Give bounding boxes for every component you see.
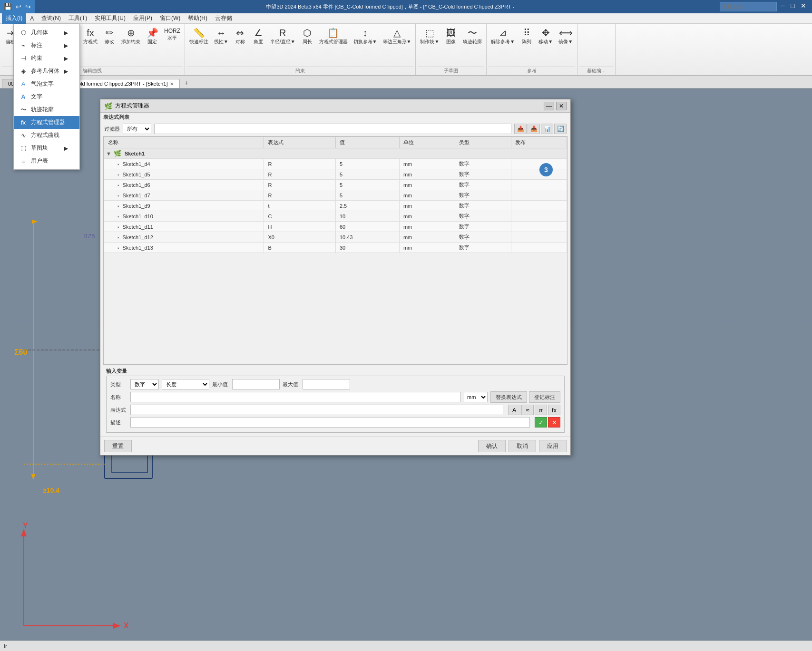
minimize-btn[interactable]: ─ <box>779 2 787 11</box>
filter-btn-3[interactable]: 📊 <box>541 124 553 134</box>
table-row[interactable]: ▪ Sketch1_d6 R 5 mm 数字 <box>104 180 567 190</box>
expr-btn-4[interactable]: fx <box>548 405 560 415</box>
reset-btn[interactable]: 重置 <box>104 440 132 452</box>
ribbon-btn-switch-ref[interactable]: ↕ 切换参考▼ <box>351 27 380 47</box>
ribbon-btn-trace[interactable]: 〜 轨迹轮廓 <box>460 27 484 47</box>
max-input[interactable] <box>303 379 350 389</box>
sketch-block-arrow: ▶ <box>64 145 68 152</box>
svg-text:Σ60: Σ60 <box>14 348 28 356</box>
col-name: 名称 <box>104 137 264 148</box>
filter-btn-1[interactable]: 📤 <box>514 124 527 134</box>
ribbon-btn-add-constraint[interactable]: ⊕ 添加约束 <box>119 27 143 47</box>
cancel-btn[interactable]: 取消 <box>509 440 536 452</box>
min-input[interactable] <box>232 379 280 389</box>
ribbon-btn-mirror[interactable]: ⟺ 镜像▼ <box>556 27 575 47</box>
table-row[interactable]: ▪ Sketch1_d4 R 5 mm 数字 <box>104 159 567 169</box>
menu-cloud[interactable]: 云存储 <box>211 13 236 24</box>
table-scroll[interactable]: 名称 表达式 值 单位 类型 发布 ▼ 🌿 Sketch1 <box>104 136 567 298</box>
menu-annotation[interactable]: ⌁ 标注 ▶ <box>14 39 79 52</box>
menu-geometry[interactable]: ⬡ 几何体 ▶ <box>14 26 79 39</box>
close-btn[interactable]: ✕ <box>799 2 808 11</box>
menu-ref-geometry[interactable]: ◈ 参考几何体 ▶ <box>14 65 79 78</box>
apply-btn[interactable]: 应用 <box>539 440 567 452</box>
expr-btn-2[interactable]: ≈ <box>521 405 534 415</box>
name-input[interactable] <box>130 392 461 402</box>
menu-query[interactable]: 查询(N) <box>38 13 65 24</box>
qa-undo[interactable]: ↩ <box>15 2 22 11</box>
menu-tools[interactable]: 工具(T) <box>65 13 91 24</box>
unit-select[interactable]: mm cm m <box>464 392 488 402</box>
dialog-minimize-btn[interactable]: — <box>544 102 554 110</box>
ribbon-btn-radius[interactable]: R 半径/直径▼ <box>268 27 298 47</box>
dialog-close-btn[interactable]: ✕ <box>556 102 567 110</box>
menu-sketch-block[interactable]: ⬚ 草图块 ▶ <box>14 142 79 155</box>
ribbon-label-reference: 参考 <box>489 66 575 75</box>
menu-help[interactable]: 帮助(H) <box>184 13 211 24</box>
filter-btn-refresh[interactable]: 🔄 <box>554 124 567 134</box>
ribbon-btn-formula-mgr[interactable]: 📋 方程式管理器 <box>317 27 350 47</box>
menu-formula-curve[interactable]: ∿ 方程式曲线 <box>14 129 79 142</box>
menu-trace-profile[interactable]: 〜 轨迹轮廓 <box>14 103 79 116</box>
command-search[interactable] <box>720 2 777 11</box>
ribbon-btn-modify[interactable]: ✏ 修改 <box>101 27 118 47</box>
ribbon-btn-angle[interactable]: ∠ 角度 <box>250 27 267 47</box>
expr-btn-3[interactable]: π <box>535 405 547 415</box>
expr-btn-1[interactable]: A <box>508 405 520 415</box>
filter-search-input[interactable] <box>154 124 511 134</box>
menu-app[interactable]: 应用(P) <box>129 13 156 24</box>
tree-toggle-sketch1[interactable]: ▼ <box>106 151 111 156</box>
table-row[interactable]: ▪ Sketch1_d13 B 30 mm 数字 <box>104 243 567 253</box>
table-row[interactable]: ▪ Sketch1_d11 H 60 mm 数字 <box>104 222 567 232</box>
cancel-icon-btn[interactable]: ✕ <box>548 417 560 428</box>
filter-btn-2[interactable]: 📥 <box>528 124 540 134</box>
table-row[interactable]: ▪ Sketch1_d12 X0 10.43 mm 数字 <box>104 232 567 243</box>
type-select[interactable]: 数字 <box>130 379 159 389</box>
tab-add-btn[interactable]: + <box>181 78 192 88</box>
menu-window[interactable]: 窗口(W) <box>156 13 184 24</box>
col-value: 值 <box>335 137 399 148</box>
confirm-icon-btn[interactable]: ✓ <box>535 417 547 428</box>
ribbon-btn-image[interactable]: 🖼 图像 <box>442 27 460 47</box>
menu-bubble-text[interactable]: A 气泡文字 <box>14 78 79 90</box>
tab-sketch-close[interactable]: ✕ <box>170 81 174 87</box>
ribbon-btn-symmetric[interactable]: ⇔ 对称 <box>232 27 249 47</box>
bubble-text-icon: A <box>20 80 27 88</box>
qa-redo[interactable]: ↪ <box>24 2 32 11</box>
expr-input[interactable] <box>130 405 503 415</box>
ok-btn[interactable]: 确认 <box>478 440 506 452</box>
menu-user-table[interactable]: ≡ 用户表 <box>14 155 79 167</box>
table-row[interactable]: ▪ Sketch1_d7 R 5 mm 数字 <box>104 190 567 201</box>
desc-input[interactable] <box>130 417 530 428</box>
ribbon-btn-move[interactable]: ✥ 移动▼ <box>536 27 555 47</box>
menu-utils[interactable]: 实用工具(U) <box>91 13 129 24</box>
ribbon-btn-horizontal[interactable]: HORZ 水平 <box>162 27 183 43</box>
menu-formula-manager[interactable]: fx 方程式管理器 <box>14 116 79 129</box>
qa-save[interactable]: 💾 <box>3 2 13 11</box>
ribbon-btn-fix[interactable]: 📌 固定 <box>144 27 161 47</box>
table-row[interactable]: ▪ Sketch1_d5 R 5 mm 数字 <box>104 169 567 180</box>
ribbon-btn-make-block[interactable]: ⬚ 制作块▼ <box>418 27 441 47</box>
mark-annotation-btn[interactable]: 登记标注 <box>529 391 560 403</box>
menu-a[interactable]: A <box>26 13 38 24</box>
menu-insert[interactable]: 插入(I) <box>2 13 26 24</box>
ribbon-btn-equation[interactable]: fx 方程式 <box>81 27 100 47</box>
ribbon-btn-array[interactable]: ⠿ 阵列 <box>518 27 535 47</box>
filter-select[interactable]: 所有 <box>123 124 151 134</box>
ribbon-btn-quick-dim[interactable]: 📏 快速标注 <box>187 27 211 47</box>
replace-expr-btn[interactable]: 替换表达式 <box>490 391 527 403</box>
ribbon-label-subsketch: 子草图 <box>418 66 484 75</box>
table-row-root[interactable]: ▼ 🌿 Sketch1 <box>104 148 567 159</box>
ribbon-group-constraint: 📏 快速标注 ↔ 线性▼ ⇔ 对称 ∠ 角度 R 半径/直径▼ ⬡ 周长 <box>185 24 416 75</box>
ribbon-btn-perimeter[interactable]: ⬡ 周长 <box>299 27 316 47</box>
menu-text[interactable]: A 文字 <box>14 90 79 103</box>
ribbon-btn-unreference[interactable]: ⊿ 解除参考▼ <box>489 27 517 47</box>
table-row[interactable]: ▪ Sketch1_d10 C 10 mm 数字 <box>104 211 567 222</box>
menu-constraint[interactable]: ⊣ 约束 ▶ <box>14 52 79 65</box>
table-row[interactable]: ▪ Sketch1_d9 t 2.5 mm 数字 <box>104 201 567 211</box>
quick-access-toolbar: 💾 ↩ ↪ <box>0 0 35 13</box>
ribbon-btn-equilateral[interactable]: △ 等边三角形▼ <box>381 27 414 47</box>
maximize-btn[interactable]: □ <box>789 2 797 11</box>
ribbon-btn-linear[interactable]: ↔ 线性▼ <box>212 27 231 47</box>
length-select[interactable]: 长度 <box>162 379 209 389</box>
input-vars-content: 类型 数字 长度 最小值 最大值 名称 mm cm m <box>106 376 565 433</box>
